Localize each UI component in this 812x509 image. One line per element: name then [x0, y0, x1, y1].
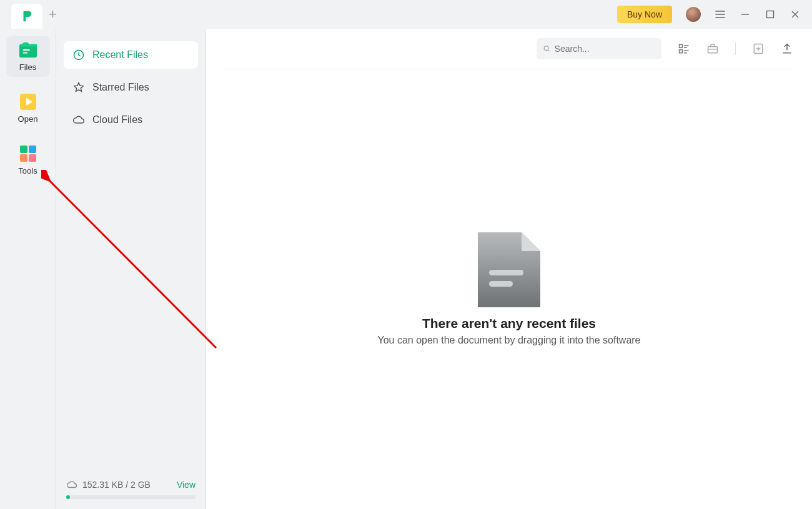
- sidebar-label-tools: Tools: [18, 166, 37, 175]
- files-icon: [19, 41, 37, 59]
- midnav-label-starred: Starred Files: [92, 82, 149, 93]
- open-icon: [19, 93, 37, 111]
- svg-rect-12: [680, 44, 683, 47]
- toolbox-icon[interactable]: [706, 42, 719, 55]
- main-panel: There aren't any recent files You can op…: [206, 29, 812, 509]
- new-file-icon[interactable]: [752, 42, 765, 55]
- app-body: Files Open Tools Recent Files: [0, 29, 812, 509]
- svg-rect-8: [20, 154, 27, 162]
- svg-rect-6: [20, 146, 27, 153]
- svg-point-11: [544, 46, 548, 51]
- hamburger-menu-icon[interactable]: [715, 9, 726, 20]
- empty-document-icon: [478, 232, 540, 307]
- storage-view-link[interactable]: View: [177, 480, 196, 490]
- midnav-label-cloud: Cloud Files: [92, 114, 142, 126]
- app-logo-icon: [20, 9, 34, 23]
- avatar[interactable]: [686, 7, 701, 22]
- view-toggle-icon[interactable]: [678, 42, 690, 55]
- sidebar-mid: Recent Files Starred Files Cloud Files 1…: [56, 29, 206, 509]
- new-tab-button[interactable]: +: [49, 6, 57, 22]
- svg-rect-18: [489, 270, 523, 275]
- svg-rect-2: [22, 49, 29, 51]
- home-tab[interactable]: [11, 4, 42, 29]
- svg-rect-19: [489, 281, 513, 287]
- midnav-label-recent: Recent Files: [92, 49, 148, 61]
- storage-bar: [66, 495, 196, 499]
- empty-subtitle: You can open the document by dragging it…: [377, 335, 640, 346]
- svg-rect-7: [29, 146, 36, 153]
- buy-now-button[interactable]: Buy Now: [617, 6, 672, 23]
- svg-rect-13: [680, 50, 683, 53]
- sidebar-label-open: Open: [18, 114, 38, 124]
- svg-rect-14: [708, 47, 718, 53]
- cloud-small-icon: [66, 479, 77, 490]
- midnav-item-starred[interactable]: Starred Files: [64, 74, 198, 101]
- storage-text: 152.31 KB / 2 GB: [82, 480, 151, 490]
- sidebar-label-files: Files: [19, 62, 36, 72]
- tools-icon: [19, 145, 37, 162]
- svg-rect-0: [767, 11, 774, 18]
- svg-rect-3: [22, 52, 27, 54]
- storage-section: 152.31 KB / 2 GB View: [64, 474, 198, 503]
- sidebar-item-open[interactable]: Open: [6, 88, 50, 129]
- maximize-icon[interactable]: [765, 9, 776, 20]
- svg-rect-9: [29, 154, 36, 162]
- search-box[interactable]: [537, 38, 661, 59]
- upload-icon[interactable]: [781, 42, 793, 55]
- titlebar-right: Buy Now: [617, 6, 812, 23]
- minimize-icon[interactable]: [740, 9, 751, 20]
- main-toolbar: [206, 29, 812, 69]
- star-icon: [72, 81, 85, 94]
- cloud-icon: [72, 114, 85, 126]
- sidebar-item-files[interactable]: Files: [6, 36, 50, 77]
- empty-title: There aren't any recent files: [422, 316, 596, 331]
- search-icon: [543, 44, 551, 53]
- titlebar: + Buy Now: [0, 0, 812, 29]
- midnav-item-cloud[interactable]: Cloud Files: [64, 106, 198, 134]
- sidebar-left: Files Open Tools: [0, 29, 56, 509]
- toolbar-divider: [735, 42, 736, 55]
- empty-state: There aren't any recent files You can op…: [206, 69, 812, 509]
- search-input[interactable]: [555, 44, 655, 54]
- sidebar-item-tools[interactable]: Tools: [6, 140, 50, 180]
- midnav-item-recent[interactable]: Recent Files: [64, 41, 198, 69]
- tabs-area: +: [0, 0, 57, 29]
- clock-icon: [72, 49, 85, 61]
- close-icon[interactable]: [790, 9, 801, 20]
- svg-marker-17: [522, 232, 540, 251]
